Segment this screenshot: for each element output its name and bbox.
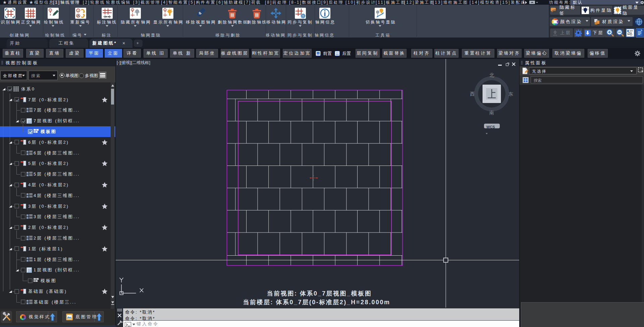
svg-text:1: 1 [164, 8, 165, 11]
svg-text:A: A [77, 14, 79, 17]
svg-text:1: 1 [131, 8, 133, 11]
svg-text:1: 1 [77, 9, 79, 12]
svg-text:1: 1 [49, 9, 51, 12]
